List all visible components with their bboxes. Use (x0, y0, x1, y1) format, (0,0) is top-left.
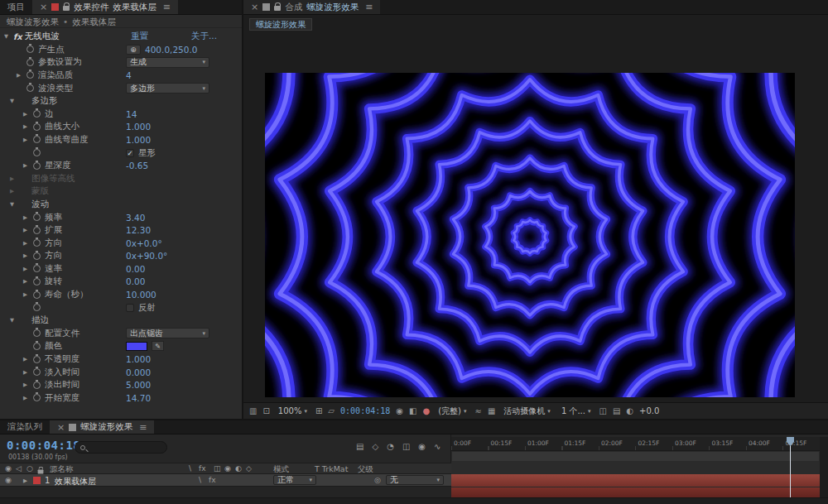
draft-3d-icon[interactable]: ◇ (372, 442, 378, 451)
viewer-comp-tab[interactable]: 螺旋波形效果 (249, 18, 312, 31)
stopwatch-icon[interactable] (33, 149, 41, 156)
expander-icon[interactable]: ▶ (17, 72, 26, 79)
tab-effect-controls[interactable]: × 效果控件 效果载体层 ≡ (32, 0, 178, 14)
graph-editor-icon[interactable]: ∿ (434, 442, 440, 451)
effect-property-row[interactable]: ▶频率3.40 (0, 211, 242, 224)
property-value[interactable]: -0.65 (126, 161, 148, 170)
effect-property-row[interactable]: 颜色✎ (0, 340, 242, 353)
property-dropdown[interactable]: 生成▾ (126, 57, 209, 68)
mask-visibility-icon[interactable]: ▱ (328, 406, 335, 415)
stopwatch-icon[interactable] (26, 84, 34, 92)
stopwatch-icon[interactable] (33, 110, 41, 118)
frame-blend-icon[interactable]: ◫ (402, 442, 410, 451)
stopwatch-icon[interactable] (33, 265, 41, 272)
time-ruler[interactable]: 0:00F00:15F01:00F01:15F02:00F02:15F03:00… (451, 437, 820, 451)
resolution-dropdown[interactable]: (完整) ▾ (436, 406, 469, 417)
expander-icon[interactable]: ▶ (23, 111, 32, 118)
expander-icon[interactable]: ▼ (10, 201, 19, 208)
search-input[interactable] (89, 443, 161, 452)
camera-dropdown[interactable]: 活动摄像机 ▾ (501, 406, 553, 417)
effect-property-row[interactable]: 产生点⊕400.0,250.0 (0, 43, 242, 56)
screen-mode-icon[interactable]: ⊡ (262, 406, 269, 415)
stopwatch-icon[interactable] (33, 343, 41, 350)
stopwatch-icon[interactable] (33, 278, 41, 286)
expander-icon[interactable]: ▶ (23, 369, 32, 376)
effect-property-row[interactable]: ▶方向0x+0.0° (0, 237, 242, 250)
eyedropper-icon[interactable]: ✎ (152, 341, 164, 351)
expander-icon[interactable]: ▼ (10, 317, 19, 324)
property-checkbox[interactable] (126, 304, 134, 312)
effect-property-row[interactable]: ▶扩展12.30 (0, 223, 242, 237)
effect-property-row[interactable]: ▶寿命（秒）10.000 (0, 288, 242, 301)
layer-row[interactable]: ◉ ▶ 1 效果载体层 \ fx 正常 ▾ ◎ 无 ▾ (0, 474, 451, 487)
expander-icon[interactable]: ▶ (23, 252, 32, 259)
layer-label-chip[interactable] (33, 477, 41, 484)
tab-timeline-comp[interactable]: × 螺旋波形效果 ≡ (50, 420, 154, 434)
property-value[interactable]: 1.000 (126, 354, 151, 364)
snapshot-icon[interactable]: ◉ (396, 406, 403, 415)
panel-menu-icon[interactable]: ≡ (365, 2, 373, 12)
property-value[interactable]: 5.000 (126, 380, 151, 390)
property-value[interactable]: 0x+90.0° (126, 251, 167, 261)
expander-icon[interactable]: ▼ (4, 33, 13, 40)
effect-property-row[interactable]: ✓星形 (0, 146, 242, 160)
expander-icon[interactable]: ▶ (23, 227, 32, 233)
expander-icon[interactable]: ▼ (10, 98, 19, 104)
effect-property-row[interactable]: 波浪类型多边形▾ (0, 82, 242, 95)
property-value[interactable]: 12.30 (126, 225, 151, 235)
layer-fx-icon[interactable]: fx (209, 476, 216, 484)
search-box[interactable] (75, 441, 167, 454)
effect-property-row[interactable]: ▼描边 (0, 314, 242, 327)
expander-icon[interactable]: ▶ (23, 382, 32, 388)
stopwatch-icon[interactable] (33, 394, 41, 401)
layer-expander-icon[interactable]: ▶ (23, 478, 27, 484)
property-value[interactable]: 0.000 (126, 367, 151, 377)
effect-property-row[interactable]: ▶不透明度1.000 (0, 353, 242, 366)
panel-menu-icon[interactable]: ≡ (139, 422, 147, 433)
tab-project[interactable]: 项目 (0, 0, 32, 14)
composition-mini-flowchart-icon[interactable]: ▤ (356, 442, 363, 451)
expander-icon[interactable]: ▶ (23, 240, 32, 247)
property-value[interactable]: 14 (126, 109, 137, 119)
expander-icon[interactable]: ▶ (10, 175, 19, 182)
effect-property-row[interactable]: 参数设置为生成▾ (0, 56, 242, 70)
view-layout-dropdown[interactable]: 1 个... ▾ (559, 406, 594, 417)
layer-name[interactable]: 效果载体层 (55, 476, 96, 487)
fast-previews-icon[interactable]: ≈ (475, 406, 482, 415)
effect-property-row[interactable]: ▶渲染品质4 (0, 69, 242, 82)
composition-viewport[interactable] (265, 73, 795, 397)
property-value[interactable]: 4 (126, 70, 132, 80)
timeline-scrollbar-area[interactable] (0, 497, 828, 504)
work-area-bar[interactable] (451, 451, 820, 462)
stopwatch-icon[interactable] (33, 162, 41, 170)
property-value[interactable]: 1.000 (126, 135, 151, 145)
stopwatch-icon[interactable] (26, 71, 34, 79)
current-time-indicator[interactable] (790, 437, 791, 497)
property-value[interactable]: 400.0,250.0 (145, 45, 197, 55)
effect-property-row[interactable]: ▶图像等高线 (0, 172, 242, 185)
about-link[interactable]: 关于... (191, 31, 217, 42)
effect-property-row[interactable]: ▶开始宽度14.70 (0, 391, 242, 405)
property-dropdown[interactable]: 出点锯齿▾ (126, 328, 209, 338)
stopwatch-icon[interactable] (33, 382, 41, 389)
property-value[interactable]: 3.40 (126, 213, 145, 223)
expander-icon[interactable]: ▶ (23, 395, 32, 401)
effect-property-row[interactable]: ▶边14 (0, 108, 242, 121)
effect-property-row[interactable]: 配置文件出点锯齿▾ (0, 327, 242, 340)
reset-link[interactable]: 重置 (131, 31, 148, 42)
effect-property-row[interactable]: ▶星深度-0.65 (0, 159, 242, 172)
effect-property-row[interactable]: ▶淡入时间0.000 (0, 366, 242, 379)
stopwatch-icon[interactable] (26, 46, 34, 53)
pixel-aspect-icon[interactable]: ◫ (599, 406, 606, 415)
lock-icon[interactable] (274, 6, 281, 11)
stopwatch-icon[interactable] (33, 123, 41, 131)
channels-icon[interactable]: ● (422, 406, 430, 415)
point-picker-icon[interactable]: ⊕ (126, 45, 141, 55)
property-value[interactable]: 0.00 (126, 264, 145, 274)
always-preview-icon[interactable]: ▥ (249, 406, 257, 415)
effect-property-row[interactable]: 反射 (0, 301, 242, 314)
stopwatch-icon[interactable] (33, 291, 41, 299)
expander-icon[interactable]: ▶ (10, 188, 19, 194)
parent-pickwhip-icon[interactable]: ◎ (374, 476, 381, 484)
show-snapshot-icon[interactable]: ◧ (409, 406, 416, 415)
